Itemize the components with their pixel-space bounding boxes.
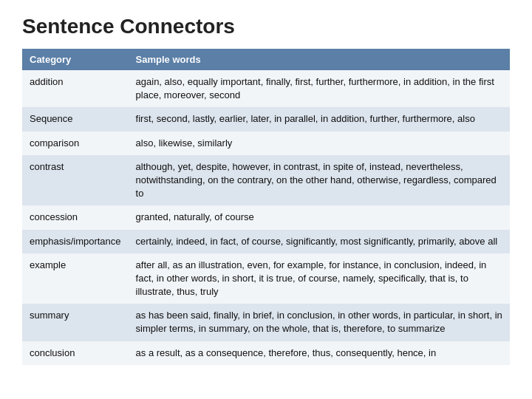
page-title: Sentence Connectors bbox=[22, 15, 510, 38]
cell-category: contrast bbox=[22, 155, 129, 206]
table-row: summaryas has been said, finally, in bri… bbox=[22, 304, 510, 341]
cell-category: comparison bbox=[22, 132, 129, 155]
cell-category: summary bbox=[22, 304, 129, 341]
cell-category: conclusion bbox=[22, 341, 129, 365]
cell-sample: as a result, as a consequence, therefore… bbox=[129, 341, 510, 365]
table-row: comparisonalso, likewise, similarly bbox=[22, 132, 510, 155]
cell-category: example bbox=[22, 253, 129, 304]
cell-sample: after all, as an illustration, even, for… bbox=[129, 253, 510, 304]
table-row: concessiongranted, naturally, of course bbox=[22, 205, 510, 229]
cell-category: Sequence bbox=[22, 107, 129, 131]
cell-category: emphasis/importance bbox=[22, 230, 129, 253]
cell-category: concession bbox=[22, 205, 129, 229]
cell-category: addition bbox=[22, 70, 129, 107]
cell-sample: although, yet, despite, however, in cont… bbox=[129, 155, 510, 206]
table-row: contrastalthough, yet, despite, however,… bbox=[22, 155, 510, 206]
cell-sample: certainly, indeed, in fact, of course, s… bbox=[129, 230, 510, 253]
table-row: emphasis/importancecertainly, indeed, in… bbox=[22, 230, 510, 253]
cell-sample: first, second, lastly, earlier, later, i… bbox=[129, 107, 510, 131]
sentence-connectors-table: Category Sample words additionagain, als… bbox=[22, 49, 510, 365]
header-category: Category bbox=[22, 49, 129, 70]
table-row: exampleafter all, as an illustration, ev… bbox=[22, 253, 510, 304]
cell-sample: granted, naturally, of course bbox=[129, 205, 510, 229]
cell-sample: as has been said, finally, in brief, in … bbox=[129, 304, 510, 341]
cell-sample: also, likewise, similarly bbox=[129, 132, 510, 155]
table-row: conclusionas a result, as a consequence,… bbox=[22, 341, 510, 365]
table-row: additionagain, also, equally important, … bbox=[22, 70, 510, 107]
table-row: Sequencefirst, second, lastly, earlier, … bbox=[22, 107, 510, 131]
cell-sample: again, also, equally important, finally,… bbox=[129, 70, 510, 107]
header-sample-words: Sample words bbox=[129, 49, 510, 70]
